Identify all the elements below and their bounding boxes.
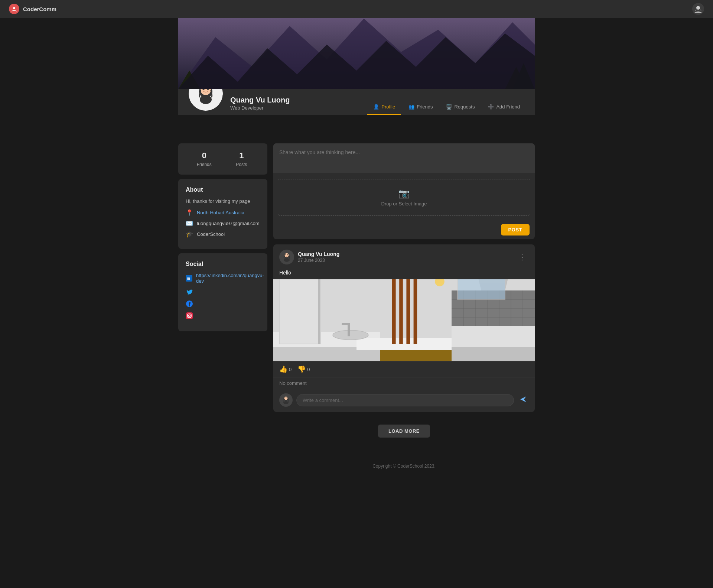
posts-count: 1: [223, 151, 260, 160]
footer-text: Copyright © CoderSchool 2023.: [372, 464, 436, 469]
person-icon: 👤: [373, 104, 379, 110]
content-layout: 0 Friends 1 Posts About Hi, thanks for v…: [178, 137, 535, 486]
likes-count: 0: [289, 367, 292, 372]
svg-rect-53: [342, 323, 350, 325]
image-drop-label: Drop or Select Image: [287, 201, 521, 207]
stats-card: 0 Friends 1 Posts: [178, 143, 267, 175]
load-more-button[interactable]: LOAD MORE: [378, 425, 430, 438]
social-card: Social in https://linkedin.com/in/quangv…: [178, 253, 267, 331]
svg-rect-46: [318, 279, 320, 344]
friends-label: Friends: [186, 162, 223, 167]
instagram-icon: [186, 312, 193, 319]
load-more-area: LOAD MORE: [273, 417, 535, 452]
linkedin-icon: in: [186, 274, 192, 282]
camera-icon: 📷: [287, 188, 521, 199]
comment-avatar: [279, 393, 293, 407]
profile-section: Quang Vu Luong Web Developer 👤 Profile 👥…: [178, 89, 535, 115]
profile-tabs: 👤 Profile 👥 Friends 🖥️ Requests ➕ Add Fr…: [367, 100, 526, 115]
svg-point-62: [283, 401, 289, 404]
post-button[interactable]: POST: [501, 224, 530, 235]
svg-rect-56: [458, 279, 505, 299]
post-composer: 📷 Drop or Select Image POST: [273, 143, 535, 239]
svg-point-24: [285, 254, 286, 255]
post-menu-button[interactable]: ⋮: [515, 251, 529, 263]
likes[interactable]: 👍 0: [279, 365, 292, 373]
post-textarea[interactable]: [273, 143, 535, 173]
svg-rect-52: [348, 323, 350, 336]
svg-rect-49: [406, 279, 410, 344]
dislikes-count: 0: [307, 367, 310, 372]
school-icon: 🎓: [186, 231, 193, 238]
post-header: Quang Vu Luong 27 June 2023 ⋮: [273, 244, 535, 268]
about-card: About Hi, thanks for visiting my page 📍 …: [178, 179, 267, 249]
tab-requests[interactable]: 🖥️ Requests: [440, 100, 481, 115]
friends-stat: 0 Friends: [186, 151, 223, 167]
svg-rect-50: [414, 279, 417, 344]
twitter-icon: [186, 288, 193, 296]
footer: Copyright © CoderSchool 2023.: [273, 458, 535, 480]
about-email: ✉️ luongquangvu97@gmail.com: [186, 220, 260, 227]
requests-icon: 🖥️: [446, 104, 452, 110]
social-twitter[interactable]: [186, 288, 260, 296]
svg-point-25: [287, 254, 288, 255]
svg-rect-48: [399, 279, 403, 344]
svg-point-59: [284, 397, 288, 400]
left-col: 0 Friends 1 Posts About Hi, thanks for v…: [178, 143, 267, 331]
svg-rect-45: [279, 279, 321, 344]
main-container: 0 Friends 1 Posts About Hi, thanks for v…: [178, 115, 535, 486]
profile-info-bar: Quang Vu Luong Web Developer 👤 Profile 👥…: [178, 89, 535, 115]
add-friend-icon: ➕: [488, 104, 494, 110]
school-text: CoderSchool: [197, 231, 225, 237]
friends-count: 0: [186, 151, 223, 160]
svg-rect-17: [186, 312, 193, 319]
svg-point-60: [285, 397, 286, 398]
svg-rect-31: [452, 326, 535, 350]
posts-stat: 1 Posts: [223, 151, 260, 167]
image-drop-area[interactable]: 📷 Drop or Select Image: [278, 179, 530, 216]
about-bio: Hi, thanks for visiting my page: [186, 198, 260, 204]
tab-friends[interactable]: 👥 Friends: [403, 100, 439, 115]
svg-text:in: in: [187, 276, 190, 280]
svg-point-0: [13, 7, 15, 9]
post-date: 27 June 2023: [298, 258, 339, 263]
comment-input[interactable]: [296, 394, 514, 406]
navbar: CoderComm: [0, 0, 713, 18]
about-location: 📍 North Hobart Australia: [186, 209, 260, 216]
post-card: Quang Vu Luong 27 June 2023 ⋮ Hello: [273, 244, 535, 412]
app-title: CoderComm: [23, 6, 56, 12]
social-facebook[interactable]: [186, 300, 260, 308]
post-author-name: Quang Vu Luong: [298, 251, 339, 257]
svg-point-51: [333, 330, 368, 340]
no-comment: No comment: [273, 377, 535, 390]
post-author: Quang Vu Luong 27 June 2023: [279, 250, 339, 264]
send-comment-button[interactable]: [518, 394, 529, 407]
profile-left: Quang Vu Luong Web Developer: [187, 94, 290, 115]
right-col: 📷 Drop or Select Image POST: [273, 143, 535, 480]
dislikes[interactable]: 👎 0: [297, 365, 310, 373]
post-reactions: 👍 0 👎 0: [273, 361, 535, 377]
brand: CoderComm: [9, 4, 56, 14]
social-linkedin[interactable]: in https://linkedin.com/in/quangvu-dev: [186, 273, 260, 284]
friends-icon: 👥: [408, 104, 414, 110]
svg-rect-33: [356, 338, 452, 350]
tab-add-friend[interactable]: ➕ Add Friend: [482, 100, 526, 115]
profile-subtitle: Web Developer: [230, 105, 290, 111]
about-school: 🎓 CoderSchool: [186, 231, 260, 238]
post-author-avatar: [279, 250, 294, 264]
user-avatar-nav[interactable]: [692, 3, 704, 15]
social-instagram[interactable]: [186, 312, 260, 319]
posts-label: Posts: [223, 162, 260, 167]
post-image: [273, 279, 535, 361]
tab-profile[interactable]: 👤 Profile: [367, 100, 401, 115]
thumbs-down-icon: 👎: [297, 365, 306, 373]
svg-rect-47: [392, 279, 396, 344]
social-title: Social: [186, 261, 260, 267]
location-text: North Hobart Australia: [197, 210, 244, 215]
post-text: Hello: [273, 268, 535, 279]
tab-requests-label: Requests: [454, 104, 475, 110]
location-icon: 📍: [186, 209, 193, 216]
tab-friends-label: Friends: [417, 104, 433, 110]
app-logo: [9, 4, 19, 14]
profile-name-area: Quang Vu Luong Web Developer: [230, 96, 290, 115]
email-icon: ✉️: [186, 220, 193, 227]
